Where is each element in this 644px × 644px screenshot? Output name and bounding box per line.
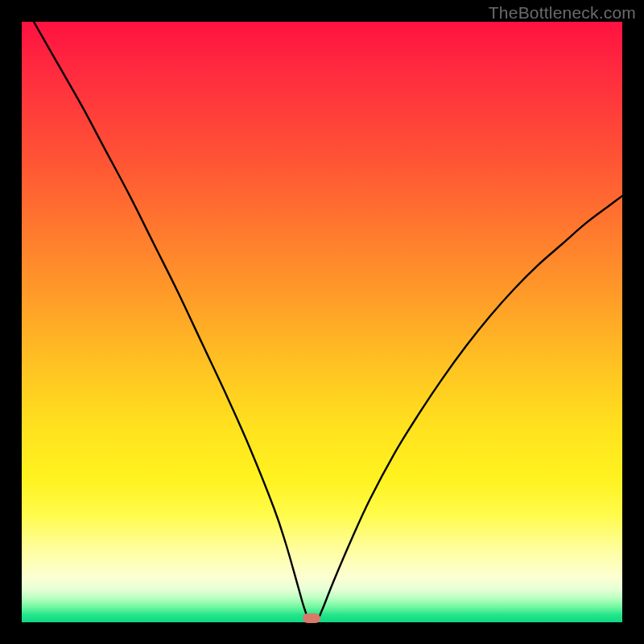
optimal-point-marker	[303, 613, 320, 623]
watermark-text: TheBottleneck.com	[489, 3, 636, 23]
chart-frame: TheBottleneck.com	[0, 0, 644, 644]
curve-path	[34, 22, 622, 622]
plot-area	[22, 22, 622, 622]
bottleneck-curve	[22, 22, 622, 622]
